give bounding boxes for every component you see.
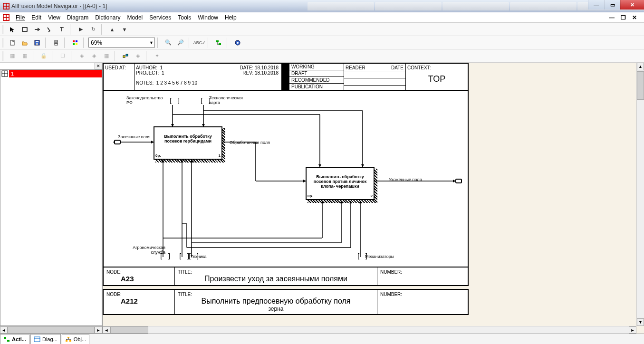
- grid-icon[interactable]: ▦: [101, 51, 112, 61]
- objects-icon: [65, 336, 72, 342]
- svg-rect-57: [67, 337, 69, 338]
- toolbar-grip[interactable]: [2, 25, 4, 34]
- menu-view[interactable]: View: [45, 13, 64, 22]
- reader-cell: READER DATE: [344, 64, 406, 90]
- window-titlebar: AllFusion Model Navigator - [(A-0) - 1] …: [0, 0, 644, 12]
- refresh-icon[interactable]: ↻: [87, 24, 99, 35]
- node-cell: NODE: A23: [104, 268, 175, 285]
- activities-icon: [3, 336, 10, 342]
- toolbar-area: T ▶ ↻ ▲ ▼ 69%▼ 🔍 🔎 ABC✓ ▦ ▦ 🔒 ☐: [0, 23, 644, 63]
- svg-rect-16: [76, 40, 77, 42]
- node-cell: NODE: A212: [104, 290, 175, 314]
- menu-window[interactable]: Window: [194, 13, 221, 22]
- activity-box-1[interactable]: Выполнить обработку посевов гербицидами …: [154, 126, 222, 160]
- main-area: ✕ 1 ◄► USED AT: AUTHOR: 1 DATE: 18.10.20…: [0, 63, 644, 334]
- play-icon[interactable]: ▶: [75, 24, 87, 35]
- menu-model[interactable]: Model: [124, 13, 146, 22]
- model-explorer-panel: ✕ 1 ◄►: [0, 63, 103, 334]
- menu-services[interactable]: Services: [146, 13, 174, 22]
- menu-dictionary[interactable]: Dictionary: [92, 13, 124, 22]
- mdi-restore-button[interactable]: ❐: [618, 14, 628, 21]
- author-project-cell: AUTHOR: 1 DATE: 18.10.2018 PROJECT: 1 RE…: [135, 64, 282, 90]
- menu-file[interactable]: File: [12, 13, 28, 22]
- tool-icon[interactable]: [120, 51, 131, 61]
- tool-icon[interactable]: ☐: [57, 51, 68, 61]
- diagram-body[interactable]: [ ] [ ] [ ] [ ] [ ] [ ] Законодательство…: [104, 91, 468, 267]
- lock-icon[interactable]: 🔒: [38, 51, 49, 61]
- color-palette-icon[interactable]: [69, 38, 81, 48]
- activity-box-tool-icon[interactable]: [19, 24, 30, 35]
- tab-activities[interactable]: Acti...: [0, 334, 29, 344]
- tool-icon[interactable]: ◈: [132, 51, 144, 61]
- print-icon[interactable]: [50, 38, 62, 48]
- activity-box-2[interactable]: Выполнить обработку посевов против личин…: [306, 167, 375, 200]
- svg-rect-54: [7, 340, 10, 342]
- window-title: AllFusion Model Navigator - [(A-0) - 1]: [11, 3, 308, 10]
- arrow-label: Ухоженные поля: [389, 177, 432, 182]
- spellcheck-icon[interactable]: ABC✓: [194, 38, 205, 48]
- model-tree[interactable]: 1: [0, 69, 102, 326]
- hatch-decoration: [375, 169, 377, 203]
- tunnel-end-icon: [114, 140, 121, 144]
- menu-edit[interactable]: Edit: [28, 13, 45, 22]
- parent-diagram-icon[interactable]: ▲: [106, 24, 118, 35]
- svg-rect-11: [36, 43, 38, 45]
- tool-icon[interactable]: ▦: [7, 51, 18, 61]
- idef-frame-2: NODE: A212 TITLE: Выполнить предпосевную…: [103, 289, 469, 315]
- svg-rect-53: [4, 337, 6, 339]
- tool-icon[interactable]: ◈: [76, 51, 87, 61]
- zoom-combobox[interactable]: 69%▼: [88, 38, 155, 48]
- tool-icon[interactable]: ◈: [88, 51, 100, 61]
- app-small-icon: [3, 14, 10, 21]
- svg-rect-17: [73, 43, 75, 45]
- close-button[interactable]: ✕: [620, 0, 644, 10]
- number-cell: NUMBER:: [377, 268, 468, 285]
- diagram-canvas[interactable]: USED AT: AUTHOR: 1 DATE: 18.10.2018 PROJ…: [103, 63, 644, 334]
- canvas-vscrollbar[interactable]: ▲ ▼: [636, 63, 644, 326]
- number-cell: NUMBER:: [377, 290, 468, 314]
- svg-point-24: [237, 42, 239, 44]
- zoom-in-icon[interactable]: 🔍: [163, 38, 174, 48]
- child-diagram-icon[interactable]: ▼: [119, 24, 130, 35]
- save-file-icon[interactable]: [31, 38, 43, 48]
- new-file-icon[interactable]: [7, 38, 18, 48]
- status-cell: WORKING DRAFT RECOMMENDED PUBLICATION: [289, 64, 344, 90]
- zoom-out-icon[interactable]: 🔎: [175, 38, 186, 48]
- tunnel-icon: [ ]: [169, 97, 181, 105]
- tab-objects[interactable]: Obj...: [62, 334, 89, 344]
- minimize-button[interactable]: —: [588, 0, 604, 10]
- text-tool-icon[interactable]: T: [56, 24, 67, 35]
- toolbar-standard: 69%▼ 🔍 🔎 ABC✓: [0, 36, 644, 49]
- properties-icon[interactable]: [232, 38, 243, 48]
- arrow-label: Техника: [191, 254, 206, 259]
- svg-rect-59: [69, 340, 71, 342]
- toolbar-grip[interactable]: [2, 51, 4, 61]
- model-explorer-icon[interactable]: [213, 38, 224, 48]
- tree-root-item[interactable]: 1: [0, 70, 102, 77]
- mdi-minimize-button[interactable]: —: [607, 14, 616, 21]
- tool-icon[interactable]: ✦: [151, 51, 163, 61]
- svg-rect-13: [55, 40, 58, 42]
- svg-rect-14: [55, 44, 58, 45]
- open-file-icon[interactable]: [19, 38, 30, 48]
- squiggle-tool-icon[interactable]: [44, 24, 55, 35]
- tree-item-label: 1: [9, 70, 102, 77]
- arrow-tool-icon[interactable]: [31, 24, 43, 35]
- svg-rect-58: [66, 340, 67, 342]
- pointer-tool-icon[interactable]: [7, 24, 18, 35]
- tab-diagrams[interactable]: Diag...: [30, 334, 61, 344]
- menu-tools[interactable]: Tools: [174, 13, 194, 22]
- canvas-hscrollbar[interactable]: ◄ ►: [103, 326, 636, 334]
- svg-rect-55: [34, 337, 40, 342]
- maximize-button[interactable]: ▭: [604, 0, 620, 10]
- menu-help[interactable]: Help: [221, 13, 240, 22]
- menu-diagram[interactable]: Diagram: [64, 13, 92, 22]
- hatch-decoration: [155, 160, 225, 162]
- panel-close-button[interactable]: ✕: [95, 63, 102, 69]
- mdi-close-button[interactable]: ✕: [630, 14, 639, 21]
- status-marker: [282, 64, 289, 90]
- tool-icon[interactable]: ▦: [19, 51, 30, 61]
- toolbar-grip[interactable]: [2, 38, 4, 48]
- panel-hscrollbar[interactable]: ◄►: [0, 326, 102, 334]
- hatch-decoration: [308, 200, 377, 203]
